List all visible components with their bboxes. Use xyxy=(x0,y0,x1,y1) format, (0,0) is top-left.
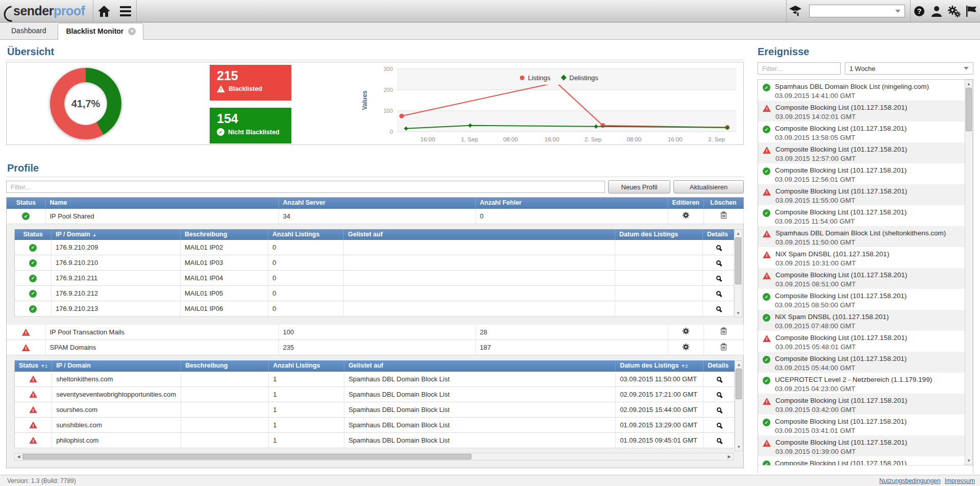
event-list-item[interactable]: Composite Blocking List (101.127.158.201… xyxy=(758,331,965,352)
delete-button[interactable] xyxy=(703,340,743,355)
home-button[interactable] xyxy=(93,0,115,22)
scroll-up-icon[interactable]: ▲ xyxy=(735,230,742,237)
details-button[interactable] xyxy=(703,386,735,402)
profile-filter-input[interactable] xyxy=(6,181,605,193)
delete-button[interactable] xyxy=(703,325,743,340)
event-list-item[interactable]: Composite Blocking List (101.127.158.201… xyxy=(758,184,965,205)
col-servers[interactable]: Anzahl Server xyxy=(279,198,475,208)
details-button[interactable] xyxy=(703,255,734,271)
event-list-item[interactable]: Composite Blocking List (101.127.158.201… xyxy=(758,101,965,121)
event-list-item[interactable]: Composite Blocking List (101.127.158.201… xyxy=(758,435,965,456)
server-row[interactable]: 176.9.210.209 MAIL01 IP02 0 xyxy=(15,240,734,255)
col-listed-on[interactable]: Gelistet auf xyxy=(344,360,616,371)
event-list-item[interactable]: Composite Blocking List (101.127.158.201… xyxy=(758,394,965,415)
details-button[interactable] xyxy=(703,371,735,386)
details-button[interactable] xyxy=(703,417,735,432)
scroll-right-icon[interactable]: ▶ xyxy=(725,453,733,460)
event-list-item[interactable]: Composite Blocking List (101.127.158.201… xyxy=(758,268,965,289)
domain-row[interactable]: sourshes.com 1 Spamhaus DBL Domain Block… xyxy=(15,402,735,417)
help-button[interactable]: ? xyxy=(911,0,928,22)
edit-button[interactable] xyxy=(668,340,703,355)
scroll-up-icon[interactable]: ▲ xyxy=(735,361,742,369)
event-list-item[interactable]: NiX Spam DNSBL (101.127.158.201) 03.09.2… xyxy=(758,310,965,331)
col-status[interactable]: Status xyxy=(7,198,45,208)
server-row[interactable]: 176.9.210.212 MAIL01 IP05 0 xyxy=(15,286,734,301)
details-button[interactable] xyxy=(703,301,734,317)
domain-row[interactable]: sunshibles.com 1 Spamhaus DBL Domain Blo… xyxy=(15,417,735,432)
col-ip-domain[interactable]: IP / Domain▲ xyxy=(52,229,181,240)
server-row[interactable]: 176.9.210.213 MAIL01 IP06 0 xyxy=(15,301,734,317)
imprint-link[interactable]: Impressum xyxy=(945,477,975,484)
profile-row[interactable]: IP Pool Shared 34 0 xyxy=(7,208,743,224)
details-button[interactable] xyxy=(703,402,735,417)
col-listings[interactable]: Anzahl Listings xyxy=(269,360,344,371)
subtable-vertical-scrollbar[interactable]: ▲ ▼ xyxy=(735,360,743,451)
events-filter-input[interactable] xyxy=(758,62,841,75)
scrollbar-thumb[interactable] xyxy=(736,369,742,399)
details-button[interactable] xyxy=(703,271,734,286)
col-listings[interactable]: Anzahl Listings xyxy=(268,229,344,240)
tab-dashboard[interactable]: Dashboard xyxy=(0,27,58,39)
col-name[interactable]: Name xyxy=(45,198,279,208)
subtable-horizontal-scrollbar[interactable]: ◀ ▶ xyxy=(14,453,734,460)
settings-button[interactable] xyxy=(945,0,963,22)
chart-legend[interactable]: Listings Delistings xyxy=(512,70,606,85)
col-listing-date[interactable]: Datum des Listings▼2 xyxy=(616,360,703,371)
events-scrollbar[interactable]: ▲ ▼ xyxy=(965,80,973,465)
details-button[interactable] xyxy=(703,432,735,448)
new-profile-button[interactable]: Neues Profil xyxy=(608,180,670,193)
event-list-item[interactable]: Spamhaus DBL Domain Block List (ningelin… xyxy=(758,80,965,101)
event-list-item[interactable]: Spamhaus DBL Domain Block List (sheltonk… xyxy=(758,226,965,247)
server-row[interactable]: 176.9.210.211 MAIL01 IP04 0 xyxy=(15,271,734,286)
terms-link[interactable]: Nutzungsbedingungen xyxy=(880,477,941,484)
events-period-select[interactable]: 1 Woche xyxy=(845,62,973,75)
refresh-button[interactable]: Aktualisieren xyxy=(673,180,744,193)
domain-row[interactable]: sheltonkithens.com 1 Spamhaus DBL Domain… xyxy=(15,371,735,386)
event-list-item[interactable]: Composite Blocking List (101.127.158.201… xyxy=(758,289,965,310)
legend-item-delistings[interactable]: Delistings xyxy=(562,74,598,82)
col-status[interactable]: Status▼1 xyxy=(15,360,52,371)
user-button[interactable] xyxy=(928,0,945,22)
delete-button[interactable] xyxy=(703,208,743,224)
legend-item-listings[interactable]: Listings xyxy=(520,74,550,82)
details-button[interactable] xyxy=(703,240,734,255)
scrollbar-thumb[interactable] xyxy=(966,88,972,131)
edit-button[interactable] xyxy=(668,325,703,340)
col-listing-date[interactable]: Datum des Listings xyxy=(615,229,703,240)
flag-button[interactable] xyxy=(963,0,980,22)
event-list-item[interactable]: Composite Blocking List (101.127.158.201… xyxy=(758,352,965,373)
subtable-vertical-scrollbar[interactable]: ▲ ▼ xyxy=(734,229,742,318)
edit-button[interactable] xyxy=(668,208,703,224)
profile-row[interactable]: IP Pool Transaction Mails 100 28 xyxy=(7,325,743,340)
event-list-item[interactable]: Composite Blocking List (101.127.158.201… xyxy=(758,415,965,435)
event-list-item[interactable]: Composite Blocking List (101.127.158.201… xyxy=(758,205,965,226)
col-ip-domain[interactable]: IP / Domain xyxy=(52,360,181,371)
event-list-item[interactable]: Composite Blocking List (101.127.158.201… xyxy=(758,121,965,142)
domain-row[interactable]: philophist.com 1 Spamhaus DBL Domain Blo… xyxy=(15,432,735,448)
details-button[interactable] xyxy=(703,286,734,301)
col-listed-on[interactable]: Gelistet auf xyxy=(344,229,615,240)
domain-row[interactable]: seventyseventwobrightopportunities.com 1… xyxy=(15,386,735,402)
col-status[interactable]: Status xyxy=(15,229,52,240)
scroll-down-icon[interactable]: ▼ xyxy=(735,309,742,317)
scrollbar-thumb[interactable] xyxy=(735,237,741,284)
tab-blacklist-monitor[interactable]: Blacklist Monitor ✕ xyxy=(58,23,144,40)
scroll-down-icon[interactable]: ▼ xyxy=(965,457,972,465)
profile-row[interactable]: SPAM Domains 235 187 xyxy=(7,340,743,355)
tab-close-icon[interactable]: ✕ xyxy=(128,28,136,35)
server-row[interactable]: 176.9.210.210 MAIL01 IP03 0 xyxy=(15,255,734,271)
account-selector[interactable] xyxy=(809,5,905,17)
scrollbar-thumb[interactable] xyxy=(22,454,471,459)
col-description[interactable]: Beschreibung xyxy=(181,360,269,371)
event-list-item[interactable]: Composite Blocking List (101.127.158.201… xyxy=(758,142,965,163)
mandant-button[interactable] xyxy=(787,0,804,22)
col-errors[interactable]: Anzahl Fehler xyxy=(475,198,668,208)
event-list-item[interactable]: NiX Spam DNSBL (101.127.158.201) 03.09.2… xyxy=(758,247,965,268)
event-list-item[interactable]: UCEPROTECT Level 2 - Netzbereich (1.1.17… xyxy=(758,373,965,394)
scroll-left-icon[interactable]: ◀ xyxy=(15,453,22,460)
event-list-item[interactable]: Composite Blocking List (101.127.158.201… xyxy=(758,456,965,465)
menu-button[interactable] xyxy=(115,0,136,22)
col-description[interactable]: Beschreibung xyxy=(181,229,268,240)
scroll-down-icon[interactable]: ▼ xyxy=(735,443,742,451)
event-list-item[interactable]: Composite Blocking List (101.127.158.201… xyxy=(758,163,965,184)
